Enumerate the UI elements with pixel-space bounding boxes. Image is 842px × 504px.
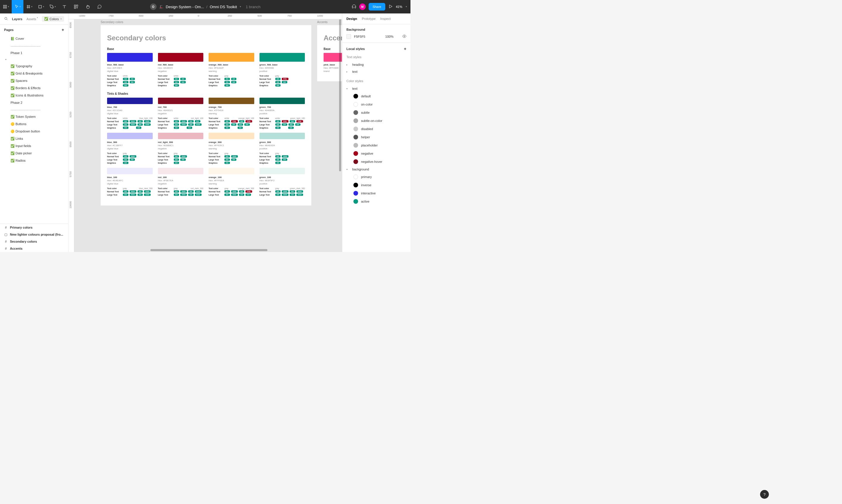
- color-style-item[interactable]: primary: [346, 173, 406, 181]
- svg-point-4: [5, 17, 7, 20]
- frame-accents[interactable]: Accents Base pink_baseHex: #FF4389brand: [317, 25, 342, 81]
- page-item[interactable]: Phase 1: [0, 49, 68, 56]
- left-panel: Layers Assets● ✅ Colors▾ Pages+ 📗 Cover-…: [0, 14, 68, 252]
- shape-tool[interactable]: ▾: [35, 0, 47, 14]
- color-swatch[interactable]: [158, 168, 204, 174]
- page-item[interactable]: 🟡 Dropdown button: [0, 128, 68, 135]
- frame-icon: #: [4, 226, 7, 229]
- color-swatch[interactable]: [158, 133, 204, 139]
- page-item[interactable]: ✅ Icons & Illustrations: [0, 92, 68, 99]
- color-card: green_700Hex: #046B5ApositiveText colorw…: [260, 98, 305, 130]
- color-style-item[interactable]: inverse: [346, 181, 406, 189]
- layer-item[interactable]: #Accents: [0, 245, 68, 252]
- eye-icon[interactable]: [402, 34, 406, 39]
- text-style-item[interactable]: ▸heading: [346, 61, 406, 68]
- color-style-item[interactable]: negative-hover: [346, 158, 406, 166]
- page-item[interactable]: ▾✅ Colors: [0, 56, 10, 62]
- scrollbar-v[interactable]: [339, 19, 341, 171]
- color-style-item[interactable]: negative: [346, 149, 406, 158]
- color-style-item[interactable]: subtle-on-color: [346, 116, 406, 125]
- color-swatch[interactable]: [107, 98, 153, 104]
- page-item[interactable]: 📗 Cover: [0, 35, 68, 42]
- color-swatch[interactable]: [209, 53, 254, 62]
- color-style-item[interactable]: interactive: [346, 189, 406, 197]
- page-item[interactable]: ✅ Input fields: [0, 142, 68, 150]
- color-group[interactable]: ▾background: [346, 166, 406, 173]
- hand-tool[interactable]: [82, 0, 94, 14]
- page-item[interactable]: ✅ Radios: [0, 157, 68, 164]
- color-style-item[interactable]: default: [346, 92, 406, 100]
- tab-layers[interactable]: Layers: [12, 17, 22, 21]
- color-swatch[interactable]: [107, 53, 153, 62]
- tab-prototype[interactable]: Prototype: [362, 17, 376, 20]
- doc-title[interactable]: O 🎩 Design System - Om... / Omni DS Tool…: [150, 3, 261, 10]
- color-swatch[interactable]: [158, 53, 204, 62]
- color-swatch[interactable]: [107, 133, 153, 139]
- headphones-icon[interactable]: [352, 4, 356, 10]
- page-item[interactable]: ✅ Links: [0, 135, 68, 142]
- comment-tool[interactable]: [94, 0, 105, 14]
- page-item[interactable]: ✅ Date picker: [0, 150, 68, 157]
- page-item[interactable]: ✅ Borders & Effects: [0, 85, 68, 92]
- page-item[interactable]: 🟡 Buttons: [0, 121, 68, 128]
- layer-item[interactable]: #Secondary colors: [0, 238, 68, 245]
- color-swatch[interactable]: [209, 133, 254, 139]
- pen-tool[interactable]: ▾: [47, 0, 58, 14]
- color-swatch[interactable]: [260, 53, 305, 62]
- layer-item[interactable]: ▢New lighter colours proposal (fro...: [0, 231, 68, 238]
- scrollbar-h[interactable]: [151, 249, 267, 251]
- color-swatch-icon: [353, 127, 358, 131]
- color-style-item[interactable]: subtle: [346, 108, 406, 116]
- color-style-item[interactable]: placeholder: [346, 141, 406, 149]
- frame-secondary-colors[interactable]: Secondary colors Base blue_500_baseHex: …: [101, 25, 311, 205]
- color-swatch[interactable]: [209, 168, 254, 174]
- color-swatch[interactable]: [260, 133, 305, 139]
- color-swatch[interactable]: [260, 168, 305, 174]
- text-style-item[interactable]: ▸text: [346, 68, 406, 75]
- share-button[interactable]: Share: [369, 3, 385, 11]
- color-style-item[interactable]: active: [346, 197, 406, 205]
- color-swatch-icon: [353, 199, 358, 204]
- add-style-icon[interactable]: +: [404, 46, 406, 51]
- tab-design[interactable]: Design: [346, 17, 357, 20]
- frame-tool[interactable]: ▾: [23, 0, 35, 14]
- color-style-item[interactable]: on-color: [346, 100, 406, 108]
- color-style-item[interactable]: disabled: [346, 125, 406, 133]
- color-swatch[interactable]: [260, 98, 305, 104]
- svg-rect-1: [74, 5, 76, 6]
- color-swatch[interactable]: [107, 168, 153, 174]
- color-card: red_light_300Hex: #EBB8C1negativeText co…: [158, 133, 204, 165]
- color-swatch[interactable]: [158, 98, 204, 104]
- color-style-item[interactable]: helper: [346, 133, 406, 141]
- add-page-icon[interactable]: +: [62, 28, 64, 32]
- tab-inspect[interactable]: Inspect: [380, 17, 390, 20]
- bg-swatch[interactable]: [346, 34, 351, 39]
- page-item[interactable]: ----------------------------: [0, 106, 68, 113]
- color-swatch-icon: [353, 175, 358, 179]
- page-selector[interactable]: ✅ Colors▾: [42, 16, 64, 22]
- color-swatch-icon: [353, 183, 358, 187]
- ruler-left: 85008750900092509500975010000: [68, 19, 74, 252]
- tab-assets[interactable]: Assets●: [26, 17, 36, 21]
- page-item[interactable]: Phase 2: [0, 99, 68, 106]
- toolbar: ▾ ▾ ▾ ▾ ▾ O 🎩 Design System - Om... / Om…: [0, 0, 410, 14]
- resources-tool[interactable]: [70, 0, 82, 14]
- color-swatch-icon: [353, 143, 358, 148]
- layer-item[interactable]: #Primary colors: [0, 224, 68, 231]
- page-item[interactable]: ----------------------------: [0, 42, 68, 49]
- color-group[interactable]: ▾text: [346, 85, 406, 92]
- color-swatch-icon: [353, 110, 358, 115]
- page-item[interactable]: ✅ Grid & Breakpoints: [0, 70, 68, 77]
- canvas[interactable]: -1000-750-500-25002505007501000 85008750…: [68, 14, 342, 252]
- zoom-level[interactable]: 41%: [396, 5, 402, 8]
- move-tool[interactable]: ▾: [12, 0, 23, 14]
- color-swatch[interactable]: [209, 98, 254, 104]
- text-tool[interactable]: [58, 0, 70, 14]
- play-icon[interactable]: [388, 4, 393, 10]
- page-item[interactable]: ✅ Token System: [0, 113, 68, 121]
- page-item[interactable]: ✅ Typography: [0, 62, 68, 70]
- menu-icon[interactable]: ▾: [0, 0, 12, 14]
- user-avatar[interactable]: M: [359, 3, 366, 10]
- search-icon[interactable]: [4, 17, 8, 21]
- page-item[interactable]: ✅ Spacers: [0, 77, 68, 85]
